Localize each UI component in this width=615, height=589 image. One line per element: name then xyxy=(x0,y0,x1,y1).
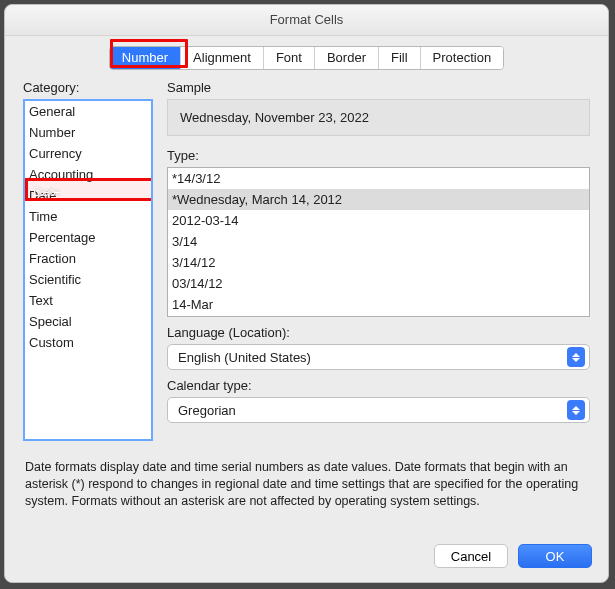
category-item-currency[interactable]: Currency xyxy=(25,143,151,164)
tab-fill[interactable]: Fill xyxy=(379,47,421,69)
category-list[interactable]: General Number Currency Accounting Date … xyxy=(23,99,153,441)
type-item[interactable]: 14-Mar xyxy=(168,294,589,315)
tab-border[interactable]: Border xyxy=(315,47,379,69)
category-item-percentage[interactable]: Percentage xyxy=(25,227,151,248)
type-item[interactable]: 3/14 xyxy=(168,231,589,252)
language-select[interactable]: English (United States) xyxy=(167,344,590,370)
type-list[interactable]: *14/3/12 *Wednesday, March 14, 2012 2012… xyxy=(167,167,590,317)
tab-segment: Number Alignment Font Border Fill Protec… xyxy=(109,46,504,70)
type-item[interactable]: *Wednesday, March 14, 2012 xyxy=(168,189,589,210)
language-value: English (United States) xyxy=(178,350,311,365)
help-text: Date formats display date and time seria… xyxy=(25,459,588,510)
type-item[interactable]: 03/14/12 xyxy=(168,273,589,294)
category-item-accounting[interactable]: Accounting xyxy=(25,164,151,185)
dialog-footer: Cancel OK xyxy=(5,534,608,582)
format-cells-dialog: Format Cells Number Alignment Font Borde… xyxy=(4,4,609,583)
type-item[interactable]: 3/14/12 xyxy=(168,252,589,273)
category-item-custom[interactable]: Custom xyxy=(25,332,151,353)
category-item-special[interactable]: Special xyxy=(25,311,151,332)
content-area: Category: General Number Currency Accoun… xyxy=(5,76,608,534)
cancel-button[interactable]: Cancel xyxy=(434,544,508,568)
type-item[interactable]: 2012-03-14 xyxy=(168,210,589,231)
calendar-select[interactable]: Gregorian xyxy=(167,397,590,423)
type-item[interactable]: *14/3/12 xyxy=(168,168,589,189)
sample-value: Wednesday, November 23, 2022 xyxy=(167,99,590,136)
category-item-general[interactable]: General xyxy=(25,101,151,122)
type-item[interactable]: 14-Mar-12 xyxy=(168,315,589,317)
category-item-text[interactable]: Text xyxy=(25,290,151,311)
type-label: Type: xyxy=(167,148,590,163)
tab-font[interactable]: Font xyxy=(264,47,315,69)
tab-alignment[interactable]: Alignment xyxy=(181,47,264,69)
language-label: Language (Location): xyxy=(167,325,590,340)
tab-protection[interactable]: Protection xyxy=(421,47,504,69)
sample-label: Sample xyxy=(167,80,590,95)
category-item-number[interactable]: Number xyxy=(25,122,151,143)
category-item-time[interactable]: Time xyxy=(25,206,151,227)
category-item-fraction[interactable]: Fraction xyxy=(25,248,151,269)
ok-button[interactable]: OK xyxy=(518,544,592,568)
calendar-label: Calendar type: xyxy=(167,378,590,393)
tab-bar: Number Alignment Font Border Fill Protec… xyxy=(5,36,608,76)
category-label: Category: xyxy=(23,80,153,95)
calendar-value: Gregorian xyxy=(178,403,236,418)
window-title: Format Cells xyxy=(5,5,608,36)
tab-number[interactable]: Number xyxy=(110,47,181,69)
category-item-date[interactable]: Date xyxy=(25,185,151,206)
stepper-icon xyxy=(567,400,585,420)
stepper-icon xyxy=(567,347,585,367)
category-item-scientific[interactable]: Scientific xyxy=(25,269,151,290)
